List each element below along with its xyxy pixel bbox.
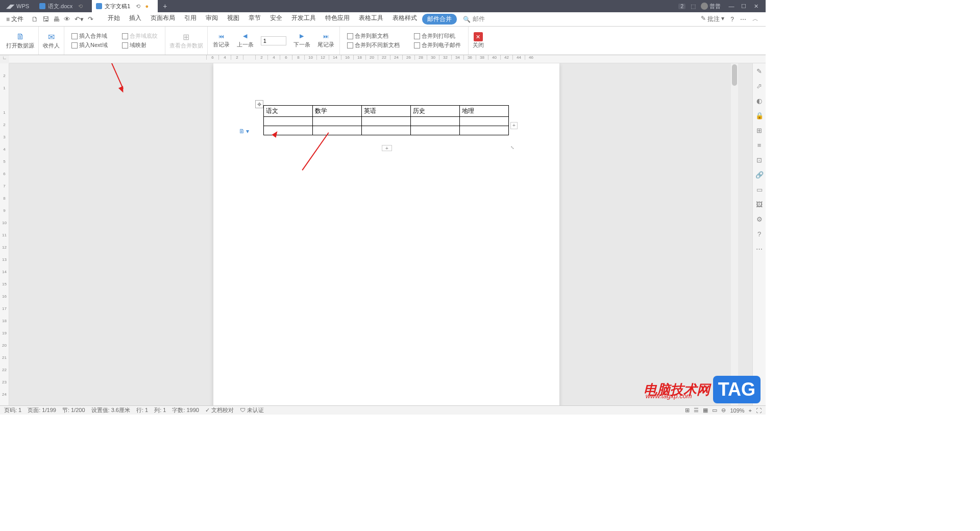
tab-tablestyle[interactable]: 表格样式 bbox=[388, 14, 421, 25]
minimize-button[interactable]: — bbox=[726, 3, 737, 10]
wps-logo[interactable]: ◢◤ WPS bbox=[0, 3, 35, 10]
vertical-scrollbar[interactable] bbox=[731, 63, 738, 405]
page-tool-icon[interactable]: ▭ bbox=[756, 186, 763, 194]
print-icon[interactable]: 🖶 bbox=[53, 15, 60, 23]
view-outline-icon[interactable]: ☰ bbox=[694, 407, 699, 414]
skin-icon[interactable]: ⬚ bbox=[691, 3, 696, 10]
next-record-button[interactable]: ▶下一条 bbox=[293, 33, 310, 49]
tab-insert[interactable]: 插入 bbox=[125, 14, 145, 25]
fullscreen-icon[interactable]: ⛶ bbox=[756, 407, 762, 414]
tab-security[interactable]: 安全 bbox=[266, 14, 286, 25]
insert-merge-field-button[interactable]: 插入合并域 bbox=[71, 32, 108, 40]
prev-record-button[interactable]: ◀上一条 bbox=[237, 33, 254, 49]
status-section[interactable]: 节: 1/200 bbox=[62, 406, 85, 414]
field-mapping-button[interactable]: 域映射 bbox=[122, 41, 158, 49]
tab-reference[interactable]: 引用 bbox=[180, 14, 201, 25]
select-tool-icon[interactable]: ⬀ bbox=[756, 82, 762, 90]
document-canvas[interactable]: ✥ 语文 数学 英语 历史 地理 + + ⤡ 🗎▾ bbox=[9, 63, 752, 405]
more-icon[interactable]: ⋯ bbox=[740, 16, 746, 23]
search-box[interactable]: 🔍 邮件 bbox=[463, 15, 485, 23]
notification-badge[interactable]: 2 bbox=[678, 4, 685, 9]
status-proof[interactable]: ✓ 文档校对 bbox=[205, 406, 234, 414]
table-resize-handle[interactable]: ⤡ bbox=[510, 145, 516, 150]
watermark: 电脑技术网 www.tagxp.com TAG bbox=[644, 376, 761, 403]
open-datasource-group[interactable]: 🗎 打开数据源 bbox=[2, 27, 39, 55]
document-table[interactable]: 语文 数学 英语 历史 地理 bbox=[263, 105, 509, 135]
status-page[interactable]: 页面: 1/199 bbox=[28, 406, 56, 414]
help-icon[interactable]: ? bbox=[730, 16, 734, 23]
zoom-in-button[interactable]: + bbox=[749, 407, 752, 414]
record-number-input[interactable] bbox=[261, 36, 286, 45]
redo-icon[interactable]: ↷ bbox=[88, 15, 93, 23]
table-cell[interactable]: 历史 bbox=[411, 106, 460, 117]
merge-diffdoc-button[interactable]: 合并到不同新文档 bbox=[347, 41, 400, 49]
merge-newdoc-button[interactable]: 合并到新文档 bbox=[347, 32, 400, 40]
image-tool-icon[interactable]: 🖼 bbox=[756, 201, 763, 208]
collapse-ribbon-icon[interactable]: ︿ bbox=[752, 15, 758, 23]
view-web-icon[interactable]: ▦ bbox=[703, 407, 708, 414]
tab-view[interactable]: 视图 bbox=[223, 14, 243, 25]
link-tool-icon[interactable]: 🔗 bbox=[755, 171, 764, 179]
tab-devtools[interactable]: 开发工具 bbox=[287, 14, 320, 25]
last-icon: ⏭ bbox=[323, 33, 329, 39]
doc-tab-2[interactable]: 文字文稿1 ⟲ ● bbox=[92, 0, 158, 12]
view-read-icon[interactable]: ▭ bbox=[712, 407, 717, 414]
view-data-group[interactable]: ⊞ 查看合并数据 bbox=[165, 27, 208, 55]
zoom-value[interactable]: 109% bbox=[730, 407, 744, 414]
save-icon[interactable]: 🖫 bbox=[42, 15, 49, 23]
tab-start[interactable]: 开始 bbox=[104, 14, 124, 25]
lock-tool-icon[interactable]: 🔒 bbox=[755, 112, 764, 119]
crop-tool-icon[interactable]: ⊡ bbox=[756, 156, 762, 164]
grid-tool-icon[interactable]: ⊞ bbox=[756, 127, 762, 134]
table-cell[interactable]: 数学 bbox=[313, 106, 362, 117]
doc-tab-1[interactable]: 语文.docx ⟲ bbox=[35, 0, 92, 12]
mapping-icon bbox=[122, 42, 128, 49]
preview-icon[interactable]: 👁 bbox=[64, 15, 70, 23]
close-mailmerge-button[interactable]: ✕ 关闭 bbox=[469, 27, 488, 55]
table-cell[interactable]: 英语 bbox=[362, 106, 411, 117]
undo-icon[interactable]: ↶▾ bbox=[75, 15, 84, 23]
insert-next-field-button[interactable]: 插入Next域 bbox=[71, 41, 108, 49]
watermark-url: www.tagxp.com bbox=[646, 392, 692, 400]
zoom-out-button[interactable]: ⊖ bbox=[721, 407, 726, 414]
tab-section[interactable]: 章节 bbox=[244, 14, 265, 25]
more-tools-icon[interactable]: ⋯ bbox=[756, 245, 763, 253]
file-menu[interactable]: ≡文件 bbox=[3, 15, 27, 23]
first-record-button[interactable]: ⏮首记录 bbox=[213, 33, 230, 49]
tab-review[interactable]: 审阅 bbox=[202, 14, 222, 25]
tab-layout[interactable]: 页面布局 bbox=[146, 14, 179, 25]
scrollbar-thumb[interactable] bbox=[732, 64, 737, 86]
status-auth[interactable]: 🛡 未认证 bbox=[240, 406, 264, 414]
last-record-button[interactable]: ⏭尾记录 bbox=[317, 33, 334, 49]
table-move-handle[interactable]: ✥ bbox=[255, 100, 263, 108]
status-pagenum[interactable]: 页码: 1 bbox=[4, 406, 21, 414]
shape-tool-icon[interactable]: ◐ bbox=[756, 97, 762, 105]
merge-shading-button: 合并域底纹 bbox=[122, 32, 158, 40]
vertical-ruler[interactable]: 2112345678910111213141516171819202122232… bbox=[0, 63, 9, 405]
tab-tabletools[interactable]: 表格工具 bbox=[355, 14, 387, 25]
merge-printer-button[interactable]: 合并到打印机 bbox=[414, 32, 461, 40]
tab-special[interactable]: 特色应用 bbox=[321, 14, 354, 25]
table-cell[interactable]: 地理 bbox=[460, 106, 509, 117]
maximize-button[interactable]: ☐ bbox=[738, 3, 749, 10]
paragraph-options-button[interactable]: 🗎▾ bbox=[239, 128, 249, 135]
view-layout-icon[interactable]: ⊞ bbox=[685, 407, 690, 414]
horizontal-ruler[interactable]: ∟ 64224681012141618202224262830323436384… bbox=[0, 55, 766, 63]
settings-tool-icon[interactable]: ⚙ bbox=[756, 215, 763, 223]
menu-tabs: 开始 插入 页面布局 引用 审阅 视图 章节 安全 开发工具 特色应用 表格工具… bbox=[104, 14, 457, 25]
recipients-group[interactable]: ✉ 收件人 bbox=[39, 27, 64, 55]
close-button[interactable]: ✕ bbox=[750, 3, 762, 10]
pencil-tool-icon[interactable]: ✎ bbox=[756, 67, 762, 75]
tab-mailmerge[interactable]: 邮件合并 bbox=[422, 14, 457, 25]
table-add-row-button[interactable]: + bbox=[382, 145, 392, 151]
new-icon[interactable]: 🗋 bbox=[32, 15, 38, 23]
help-tool-icon[interactable]: ? bbox=[757, 230, 761, 238]
table-add-column-button[interactable]: + bbox=[510, 122, 518, 129]
merge-email-button[interactable]: 合并到电子邮件 bbox=[414, 41, 461, 49]
new-tab-button[interactable]: + bbox=[158, 2, 172, 10]
user-avatar-icon[interactable]: 普普 bbox=[701, 3, 721, 10]
annotate-button[interactable]: ✎批注 ▾ bbox=[701, 15, 724, 23]
status-words[interactable]: 字数: 1990 bbox=[172, 406, 199, 414]
chart-tool-icon[interactable]: ≡ bbox=[757, 141, 762, 149]
table-cell[interactable]: 语文 bbox=[264, 106, 313, 117]
